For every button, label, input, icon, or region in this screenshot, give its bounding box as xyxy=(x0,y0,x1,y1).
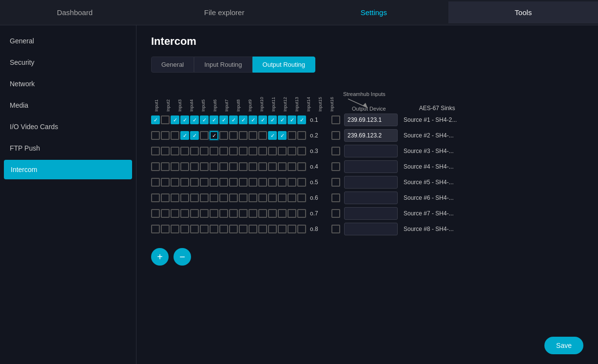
checkbox-row1-col16[interactable] xyxy=(297,115,306,124)
aes67-checkbox-8[interactable] xyxy=(331,225,340,233)
checkbox-row7-col15[interactable] xyxy=(288,209,296,218)
checkbox-row1-col4[interactable] xyxy=(180,115,189,124)
checkbox-row8-col16[interactable] xyxy=(297,225,306,233)
checkbox-row6-col11[interactable] xyxy=(249,193,257,202)
checkbox-row6-col4[interactable] xyxy=(180,193,189,202)
checkbox-row2-col6[interactable] xyxy=(200,131,209,140)
checkbox-row5-col14[interactable] xyxy=(278,178,287,187)
checkbox-row4-col12[interactable] xyxy=(258,162,267,171)
checkbox-row8-col11[interactable] xyxy=(249,225,257,233)
checkbox-row8-col6[interactable] xyxy=(200,225,209,233)
checkbox-row7-col8[interactable] xyxy=(219,209,228,218)
checkbox-row4-col13[interactable] xyxy=(268,162,277,171)
checkbox-row6-col15[interactable] xyxy=(288,193,296,202)
checkbox-row1-col2[interactable] xyxy=(161,115,170,124)
aes67-input-4[interactable] xyxy=(344,160,398,173)
aes67-input-8[interactable] xyxy=(344,223,398,235)
checkbox-row5-col12[interactable] xyxy=(258,178,267,187)
sidebar-item-security[interactable]: Security xyxy=(0,52,136,73)
checkbox-row2-col3[interactable] xyxy=(171,131,179,140)
checkbox-row2-col10[interactable] xyxy=(239,131,248,140)
checkbox-row2-col1[interactable] xyxy=(151,131,160,140)
checkbox-row2-col5[interactable] xyxy=(190,131,199,140)
checkbox-row1-col9[interactable] xyxy=(229,115,238,124)
checkbox-row1-col8[interactable] xyxy=(219,115,228,124)
checkbox-row3-col13[interactable] xyxy=(268,147,277,155)
checkbox-row4-col8[interactable] xyxy=(219,162,228,171)
checkbox-row8-col3[interactable] xyxy=(171,225,179,233)
aes67-checkbox-4[interactable] xyxy=(331,162,340,171)
checkbox-row8-col13[interactable] xyxy=(268,225,277,233)
aes67-checkbox-2[interactable] xyxy=(331,131,340,140)
checkbox-row1-col11[interactable] xyxy=(249,115,257,124)
checkbox-row4-col5[interactable] xyxy=(190,162,199,171)
checkbox-row1-col14[interactable] xyxy=(278,115,287,124)
checkbox-row3-col4[interactable] xyxy=(180,147,189,155)
checkbox-row6-col7[interactable] xyxy=(210,193,218,202)
checkbox-row3-col7[interactable] xyxy=(210,147,218,155)
checkbox-row6-col9[interactable] xyxy=(229,193,238,202)
sidebar-item-media[interactable]: Media xyxy=(0,95,136,116)
checkbox-row5-col7[interactable] xyxy=(210,178,218,187)
checkbox-row6-col2[interactable] xyxy=(161,193,170,202)
checkbox-row2-col15[interactable] xyxy=(288,131,296,140)
checkbox-row5-col3[interactable] xyxy=(171,178,179,187)
checkbox-row8-col7[interactable] xyxy=(210,225,218,233)
checkbox-row6-col6[interactable] xyxy=(200,193,209,202)
checkbox-row7-col13[interactable] xyxy=(268,209,277,218)
checkbox-row5-col8[interactable] xyxy=(219,178,228,187)
checkbox-row3-col11[interactable] xyxy=(249,147,257,155)
checkbox-row6-col1[interactable] xyxy=(151,193,160,202)
checkbox-row5-col2[interactable] xyxy=(161,178,170,187)
checkbox-row5-col6[interactable] xyxy=(200,178,209,187)
checkbox-row2-col11[interactable] xyxy=(249,131,257,140)
checkbox-row5-col16[interactable] xyxy=(297,178,306,187)
checkbox-row3-col14[interactable] xyxy=(278,147,287,155)
checkbox-row7-col1[interactable] xyxy=(151,209,160,218)
checkbox-row4-col3[interactable] xyxy=(171,162,179,171)
checkbox-row6-col16[interactable] xyxy=(297,193,306,202)
sidebar-item-general[interactable]: General xyxy=(0,30,136,52)
checkbox-row7-col4[interactable] xyxy=(180,209,189,218)
nav-file-explorer[interactable]: File explorer xyxy=(150,1,299,23)
checkbox-row1-col6[interactable] xyxy=(200,115,209,124)
aes67-input-7[interactable] xyxy=(344,207,398,220)
nav-settings[interactable]: Settings xyxy=(299,1,449,23)
checkbox-row2-col14[interactable] xyxy=(278,131,287,140)
checkbox-row6-col3[interactable] xyxy=(171,193,179,202)
tab-output-routing[interactable]: Output Routing xyxy=(252,57,315,73)
checkbox-row6-col13[interactable] xyxy=(268,193,277,202)
sidebar-item-network[interactable]: Network xyxy=(0,73,136,95)
checkbox-row1-col3[interactable] xyxy=(171,115,179,124)
checkbox-row8-col14[interactable] xyxy=(278,225,287,233)
checkbox-row1-col12[interactable] xyxy=(258,115,267,124)
checkbox-row8-col8[interactable] xyxy=(219,225,228,233)
checkbox-row4-col4[interactable] xyxy=(180,162,189,171)
checkbox-row4-col14[interactable] xyxy=(278,162,287,171)
aes67-input-1[interactable] xyxy=(344,114,398,126)
aes67-checkbox-6[interactable] xyxy=(331,193,340,202)
checkbox-row1-col1[interactable] xyxy=(151,115,160,124)
checkbox-row6-col5[interactable] xyxy=(190,193,199,202)
checkbox-row5-col5[interactable] xyxy=(190,178,199,187)
aes67-checkbox-5[interactable] xyxy=(331,178,340,187)
checkbox-row2-col12[interactable] xyxy=(258,131,267,140)
checkbox-row3-col3[interactable] xyxy=(171,147,179,155)
checkbox-row4-col9[interactable] xyxy=(229,162,238,171)
tab-input-routing[interactable]: Input Routing xyxy=(194,57,252,73)
checkbox-row5-col4[interactable] xyxy=(180,178,189,187)
aes67-checkbox-7[interactable] xyxy=(331,209,340,218)
aes67-input-2[interactable] xyxy=(344,129,398,142)
checkbox-row2-col13[interactable] xyxy=(268,131,277,140)
save-button[interactable]: Save xyxy=(544,337,583,354)
checkbox-row1-col5[interactable] xyxy=(190,115,199,124)
remove-row-button[interactable]: − xyxy=(174,248,191,266)
add-row-button[interactable]: + xyxy=(151,248,169,266)
checkbox-row5-col1[interactable] xyxy=(151,178,160,187)
sidebar-item-intercom[interactable]: Intercom xyxy=(4,160,132,179)
checkbox-row3-col10[interactable] xyxy=(239,147,248,155)
checkbox-row2-col8[interactable] xyxy=(219,131,228,140)
aes67-input-3[interactable] xyxy=(344,145,398,157)
checkbox-row2-col16[interactable] xyxy=(297,131,306,140)
checkbox-row2-col4[interactable] xyxy=(180,131,189,140)
